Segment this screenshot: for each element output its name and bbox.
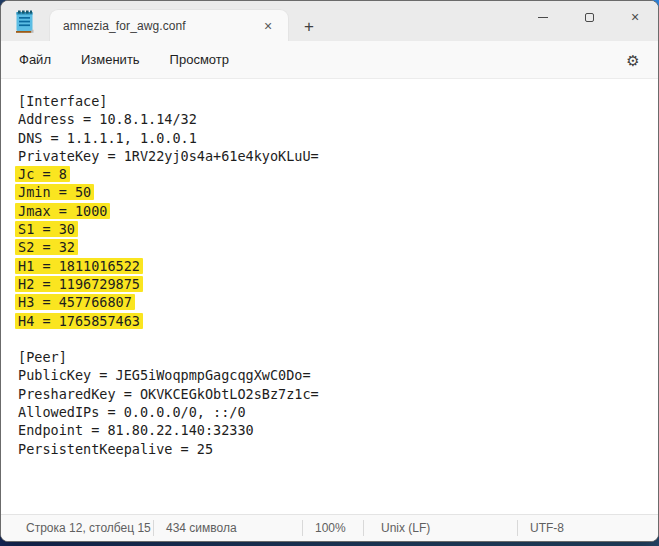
editor-line: Endpoint = 81.80.22.140:32330 bbox=[18, 421, 658, 439]
highlighted-text: H2 = 1196729875 bbox=[15, 276, 143, 292]
tab-close-icon[interactable]: × bbox=[258, 16, 278, 36]
minimize-icon bbox=[538, 17, 548, 18]
editor-line: PublicKey = JEG5iWoqpmpGagcqgXwC0Do= bbox=[18, 366, 658, 384]
status-encoding: UTF-8 bbox=[517, 520, 564, 536]
editor-line: Jmin = 50 bbox=[18, 183, 658, 201]
highlighted-text: S1 = 30 bbox=[15, 221, 78, 237]
editor-line: S1 = 30 bbox=[18, 220, 658, 238]
code-text: AllowedIPs = 0.0.0.0/0, ::/0 bbox=[18, 404, 246, 420]
status-line-ending: Unix (LF) bbox=[363, 520, 517, 536]
highlighted-text: Jmin = 50 bbox=[15, 184, 94, 200]
editor-line: DNS = 1.1.1.1, 1.0.0.1 bbox=[18, 129, 658, 147]
editor-line: H3 = 457766807 bbox=[18, 293, 658, 311]
highlighted-text: Jmax = 1000 bbox=[15, 203, 110, 219]
code-text: Endpoint = 81.80.22.140:32330 bbox=[18, 422, 254, 438]
notepad-window: amnezia_for_awg.conf × + × Файл Изменить… bbox=[0, 0, 659, 542]
tab-amnezia-conf[interactable]: amnezia_for_awg.conf × bbox=[49, 9, 289, 42]
code-text: DNS = 1.1.1.1, 1.0.0.1 bbox=[18, 130, 197, 146]
title-bar[interactable]: amnezia_for_awg.conf × + × bbox=[1, 1, 658, 41]
menu-edit[interactable]: Изменить bbox=[66, 46, 155, 73]
status-cursor-position: Строка 12, столбец 15 bbox=[1, 520, 153, 536]
code-text: PersistentKeepalive = 25 bbox=[18, 441, 213, 457]
highlighted-text: H4 = 1765857463 bbox=[15, 313, 143, 329]
editor-line: H4 = 1765857463 bbox=[18, 312, 658, 330]
editor-line: PrivateKey = 1RV22yj0s4a+61e4kyoKLuU= bbox=[18, 147, 658, 165]
settings-button[interactable]: ⚙ bbox=[620, 48, 646, 74]
new-tab-button[interactable]: + bbox=[297, 14, 321, 38]
code-text: PublicKey = JEG5iWoqpmpGagcqgXwC0Do= bbox=[18, 367, 311, 383]
menu-file[interactable]: Файл bbox=[4, 46, 66, 73]
editor-line: PresharedKey = OKVKCEGkObtLO2sBz7z1c= bbox=[18, 385, 658, 403]
close-icon: × bbox=[631, 10, 639, 24]
editor-line bbox=[18, 330, 658, 348]
menu-view[interactable]: Просмотр bbox=[155, 46, 244, 73]
maximize-button[interactable] bbox=[566, 1, 612, 33]
highlighted-text: Jc = 8 bbox=[15, 166, 70, 182]
window-controls: × bbox=[520, 1, 658, 33]
editor-line: Address = 10.8.1.14/32 bbox=[18, 110, 658, 128]
editor-line: S2 = 32 bbox=[18, 238, 658, 256]
editor-line: Jc = 8 bbox=[18, 165, 658, 183]
editor-line: AllowedIPs = 0.0.0.0/0, ::/0 bbox=[18, 403, 658, 421]
code-text: PresharedKey = OKVKCEGkObtLO2sBz7z1c= bbox=[18, 386, 319, 402]
editor-line: H2 = 1196729875 bbox=[18, 275, 658, 293]
gear-icon: ⚙ bbox=[626, 52, 639, 70]
editor-line: [Interface] bbox=[18, 92, 658, 110]
highlighted-text: H1 = 1811016522 bbox=[15, 258, 143, 274]
code-text: PrivateKey = 1RV22yj0s4a+61e4kyoKLuU= bbox=[18, 148, 319, 164]
menu-bar: Файл Изменить Просмотр ⚙ bbox=[1, 41, 658, 79]
editor-line: [Peer] bbox=[18, 348, 658, 366]
status-zoom-level[interactable]: 100% bbox=[302, 520, 363, 536]
notepad-app-icon bbox=[15, 10, 35, 33]
code-text: Address = 10.8.1.14/32 bbox=[18, 111, 197, 127]
tab-title: amnezia_for_awg.conf bbox=[63, 19, 186, 33]
plus-icon: + bbox=[304, 18, 314, 35]
highlighted-text: H3 = 457766807 bbox=[15, 294, 135, 310]
maximize-icon bbox=[585, 13, 594, 22]
code-text: [Peer] bbox=[18, 349, 67, 365]
code-text: [Interface] bbox=[18, 93, 107, 109]
status-char-count: 434 символа bbox=[153, 520, 302, 536]
close-button[interactable]: × bbox=[612, 1, 658, 33]
highlighted-text: S2 = 32 bbox=[15, 239, 78, 255]
status-bar: Строка 12, столбец 15 434 символа 100% U… bbox=[1, 514, 658, 541]
editor-line: PersistentKeepalive = 25 bbox=[18, 440, 658, 458]
minimize-button[interactable] bbox=[520, 1, 566, 33]
editor-line: Jmax = 1000 bbox=[18, 202, 658, 220]
text-editor[interactable]: [Interface]Address = 10.8.1.14/32DNS = 1… bbox=[1, 79, 658, 514]
editor-line: H1 = 1811016522 bbox=[18, 257, 658, 275]
